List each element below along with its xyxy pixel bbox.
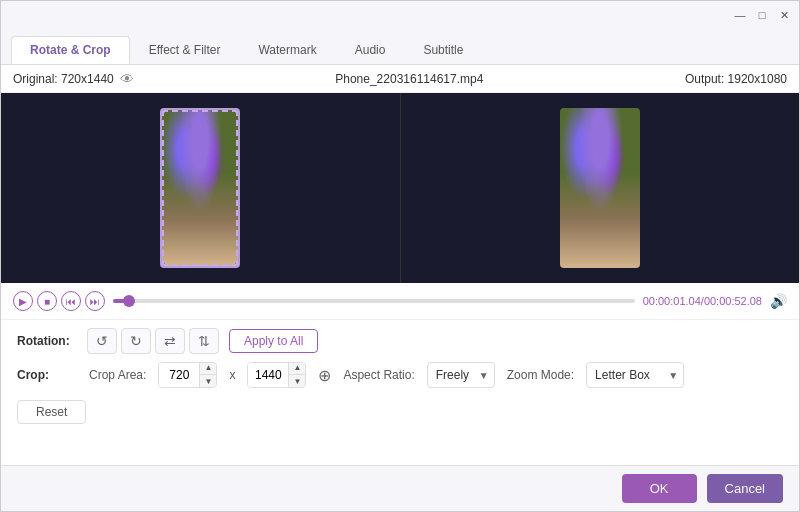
time-display: 00:00:01.04/00:00:52.08 [643,295,762,307]
reset-row: Reset [17,396,783,424]
crop-width-spinners: ▲ ▼ [199,362,216,388]
original-size-label: Original: 720x1440 [13,72,114,86]
crop-width-up[interactable]: ▲ [200,362,216,375]
title-bar: — □ ✕ [1,1,799,29]
crop-area-label: Crop Area: [89,368,146,382]
crop-width-input-wrap: ▲ ▼ [158,362,217,388]
tab-watermark[interactable]: Watermark [239,36,335,64]
current-time: 00:00:01.04 [643,295,701,307]
left-video-thumb [160,108,240,268]
crosshair-icon[interactable]: ⊕ [318,366,331,385]
tab-bar: Rotate & Crop Effect & Filter Watermark … [1,29,799,65]
output-size-label: Output: 1920x1080 [685,72,787,86]
flip-vertical-button[interactable]: ⇅ [189,328,219,354]
play-button[interactable]: ▶ [13,291,33,311]
main-window: — □ ✕ Rotate & Crop Effect & Filter Wate… [0,0,800,512]
crop-handle-bl[interactable] [160,263,165,268]
rotation-row: Rotation: ↺ ↻ ⇄ ⇅ Apply to All [17,328,783,354]
zoom-mode-select[interactable]: Letter Box Pan & Scan Full [586,362,684,388]
maximize-button[interactable]: □ [755,8,769,22]
apply-to-all-button[interactable]: Apply to All [229,329,318,353]
crop-handle-tl[interactable] [160,108,165,113]
info-bar: Original: 720x1440 👁 Phone_220316114617.… [1,65,799,93]
tab-audio[interactable]: Audio [336,36,405,64]
crop-height-down[interactable]: ▼ [289,375,305,388]
volume-icon[interactable]: 🔊 [770,293,787,309]
aspect-ratio-select-wrap: Freely 16:9 4:3 1:1 9:16 ▼ [427,362,495,388]
flip-horizontal-button[interactable]: ⇄ [155,328,185,354]
minimize-button[interactable]: — [733,8,747,22]
crop-row: Crop: Crop Area: ▲ ▼ x ▲ ▼ ⊕ Aspect Rati… [17,362,783,388]
timeline: ▶ ■ ⏮ ⏭ 00:00:01.04/00:00:52.08 🔊 [1,283,799,319]
eye-icon[interactable]: 👁 [120,71,134,87]
close-button[interactable]: ✕ [777,8,791,22]
rotate-right-button[interactable]: ↻ [121,328,151,354]
video-flower-right [560,108,640,268]
cancel-button[interactable]: Cancel [707,474,783,503]
left-preview-panel [1,93,401,283]
tab-rotate-crop[interactable]: Rotate & Crop [11,36,130,64]
total-time: 00:00:52.08 [704,295,762,307]
crop-label: Crop: [17,368,77,382]
bottom-bar: OK Cancel [1,465,799,511]
rotation-label: Rotation: [17,334,77,348]
progress-thumb[interactable] [123,295,135,307]
play-controls: ▶ ■ ⏮ ⏭ [13,291,105,311]
progress-bar[interactable] [113,299,635,303]
zoom-mode-select-wrap: Letter Box Pan & Scan Full ▼ [586,362,684,388]
crop-height-input-wrap: ▲ ▼ [247,362,306,388]
reset-button[interactable]: Reset [17,400,86,424]
filename-label: Phone_220316114617.mp4 [335,72,483,86]
crop-handle-br[interactable] [235,263,240,268]
video-flower-left [162,110,238,266]
stop-button[interactable]: ■ [37,291,57,311]
prev-frame-button[interactable]: ⏮ [61,291,81,311]
crop-width-down[interactable]: ▼ [200,375,216,388]
controls-area: Rotation: ↺ ↻ ⇄ ⇅ Apply to All Crop: Cro… [1,319,799,465]
crop-height-spinners: ▲ ▼ [288,362,305,388]
rotation-buttons: ↺ ↻ ⇄ ⇅ [87,328,219,354]
rotate-left-button[interactable]: ↺ [87,328,117,354]
crop-width-input[interactable] [159,363,199,387]
next-frame-button[interactable]: ⏭ [85,291,105,311]
right-preview-panel [401,93,800,283]
crop-height-up[interactable]: ▲ [289,362,305,375]
aspect-ratio-label: Aspect Ratio: [343,368,414,382]
x-separator: x [229,368,235,382]
zoom-mode-label: Zoom Mode: [507,368,574,382]
ok-button[interactable]: OK [622,474,697,503]
tab-effect-filter[interactable]: Effect & Filter [130,36,240,64]
tab-subtitle[interactable]: Subtitle [404,36,482,64]
right-video-thumb [560,108,640,268]
crop-height-input[interactable] [248,363,288,387]
preview-area [1,93,799,283]
crop-handle-tr[interactable] [235,108,240,113]
aspect-ratio-select[interactable]: Freely 16:9 4:3 1:1 9:16 [427,362,495,388]
